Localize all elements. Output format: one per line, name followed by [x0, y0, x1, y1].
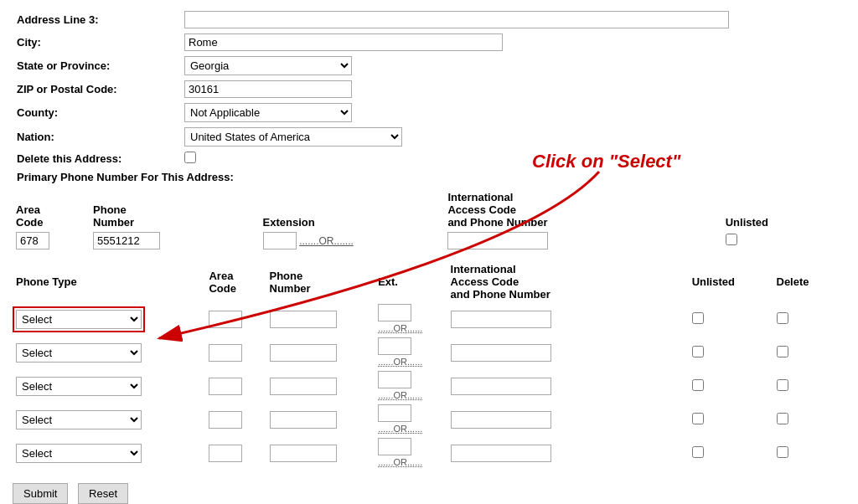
state-select[interactable]: Georgia — [184, 56, 352, 75]
phone-type-select[interactable]: SelectHomeWorkMobileFaxOther — [16, 343, 142, 363]
phone-type-row: SelectHomeWorkMobileFaxOther......OR....… — [13, 436, 845, 470]
ext-col-header: Ext. — [375, 261, 447, 302]
delete-row: Delete this Address: — [13, 149, 845, 168]
area-code-input[interactable] — [209, 411, 242, 429]
delete-checkbox[interactable] — [777, 346, 788, 357]
primary-phone-header-row: Primary Phone Number For This Address: — [13, 168, 845, 186]
submit-button[interactable]: Submit — [13, 483, 68, 504]
phone-number-header: PhoneNumber — [90, 189, 259, 230]
unlisted-checkbox[interactable] — [692, 446, 704, 458]
nation-label: Nation: — [13, 125, 180, 149]
primary-unlisted-checkbox[interactable] — [726, 234, 737, 245]
nation-row: Nation: United States of America — [13, 125, 845, 149]
phone-number-col-header: PhoneNumber — [266, 261, 375, 302]
area-code-input[interactable] — [209, 311, 242, 328]
address-line3-input[interactable] — [184, 11, 729, 28]
primary-phone-label: Primary Phone Number For This Address: — [13, 168, 845, 186]
primary-or-label: .......OR....... — [299, 235, 341, 247]
phone-type-row: SelectHomeWorkMobileFaxOther......OR....… — [13, 302, 845, 336]
phone-type-row: SelectHomeWorkMobileFaxOther......OR....… — [13, 336, 845, 369]
address-line3-row: Address Line 3: — [13, 8, 845, 31]
delete-checkbox[interactable] — [777, 379, 788, 391]
city-input[interactable] — [184, 33, 503, 51]
county-select[interactable]: Not Applicable — [184, 103, 352, 122]
phone-number-input[interactable] — [270, 411, 337, 429]
main-wrapper: Address Line 3: City: State or Province:… — [13, 8, 845, 504]
ext-input[interactable] — [378, 304, 411, 321]
intl-col-header: InternationalAccess Codeand Phone Number — [447, 261, 689, 302]
phone-type-select[interactable]: SelectHomeWorkMobileFaxOther — [16, 444, 142, 463]
area-code-input[interactable] — [209, 445, 242, 462]
or-label: ......OR...... — [378, 424, 420, 434]
ext-input[interactable] — [378, 371, 411, 388]
delete-checkbox[interactable] — [777, 312, 788, 324]
international-input[interactable] — [451, 344, 551, 362]
reset-button[interactable]: Reset — [78, 483, 128, 504]
primary-phone-header: AreaCode PhoneNumber Extension Internati… — [13, 189, 845, 230]
delete-checkbox[interactable] — [184, 152, 196, 163]
phone-type-table: Phone Type AreaCode PhoneNumber Ext. Int… — [13, 261, 845, 470]
address-line3-label: Address Line 3: — [13, 8, 180, 31]
phone-number-input[interactable] — [270, 378, 337, 395]
unlisted-checkbox[interactable] — [692, 379, 704, 391]
extension-header: Extension — [260, 189, 445, 230]
phone-type-col-header: Phone Type — [13, 261, 205, 302]
phone-type-select[interactable]: SelectHomeWorkMobileFaxOther — [16, 310, 142, 329]
state-row: State or Province: Georgia — [13, 54, 845, 78]
delete-label: Delete this Address: — [13, 149, 180, 168]
delete-checkbox[interactable] — [777, 446, 788, 458]
bottom-buttons: Submit Reset — [13, 483, 845, 504]
zip-row: ZIP or Postal Code: — [13, 78, 845, 100]
international-input[interactable] — [451, 378, 551, 395]
phone-number-input[interactable] — [270, 344, 337, 362]
or-label: ......OR...... — [378, 390, 420, 400]
delete-col-header: Delete — [773, 261, 846, 302]
primary-phone-number-input[interactable] — [93, 232, 160, 249]
area-code-input[interactable] — [209, 344, 242, 362]
address-form-table: Address Line 3: City: State or Province:… — [13, 8, 845, 186]
click-annotation: Click on "Select" — [532, 151, 680, 172]
phone-type-row: SelectHomeWorkMobileFaxOther......OR....… — [13, 369, 845, 403]
zip-input[interactable] — [184, 80, 352, 98]
county-row: County: Not Applicable — [13, 100, 845, 125]
or-label: ......OR...... — [378, 323, 420, 333]
zip-label: ZIP or Postal Code: — [13, 78, 180, 100]
ext-input[interactable] — [378, 438, 411, 455]
international-input[interactable] — [451, 311, 551, 328]
phone-type-header-row: Phone Type AreaCode PhoneNumber Ext. Int… — [13, 261, 845, 302]
primary-area-code-input[interactable] — [16, 232, 49, 249]
ext-input[interactable] — [378, 337, 411, 355]
phone-number-input[interactable] — [270, 445, 337, 462]
international-header: InternationalAccess Codeand Phone Number — [444, 189, 721, 230]
unlisted-checkbox[interactable] — [692, 413, 704, 424]
area-code-input[interactable] — [209, 378, 242, 395]
primary-phone-row: .......OR....... — [13, 230, 845, 251]
or-label: ......OR...... — [378, 457, 420, 467]
unlisted-header: Unlisted — [722, 189, 845, 230]
phone-type-select[interactable]: SelectHomeWorkMobileFaxOther — [16, 377, 142, 396]
area-code-col-header: AreaCode — [205, 261, 266, 302]
city-row: City: — [13, 31, 845, 54]
unlisted-checkbox[interactable] — [692, 312, 704, 324]
ext-input[interactable] — [378, 404, 411, 422]
county-label: County: — [13, 100, 180, 125]
city-label: City: — [13, 31, 180, 54]
nation-select[interactable]: United States of America — [184, 127, 402, 147]
phone-type-select[interactable]: SelectHomeWorkMobileFaxOther — [16, 410, 142, 429]
delete-checkbox[interactable] — [777, 413, 788, 424]
area-code-header: AreaCode — [13, 189, 90, 230]
primary-international-input[interactable] — [447, 232, 548, 249]
primary-ext-input[interactable] — [263, 232, 297, 249]
phone-number-input[interactable] — [270, 311, 337, 328]
or-label: ......OR...... — [378, 357, 420, 367]
phone-type-row: SelectHomeWorkMobileFaxOther......OR....… — [13, 403, 845, 436]
unlisted-col-header: Unlisted — [689, 261, 773, 302]
international-input[interactable] — [451, 411, 551, 429]
international-input[interactable] — [451, 445, 551, 462]
state-label: State or Province: — [13, 54, 180, 78]
unlisted-checkbox[interactable] — [692, 346, 704, 357]
primary-phone-table: AreaCode PhoneNumber Extension Internati… — [13, 189, 845, 251]
